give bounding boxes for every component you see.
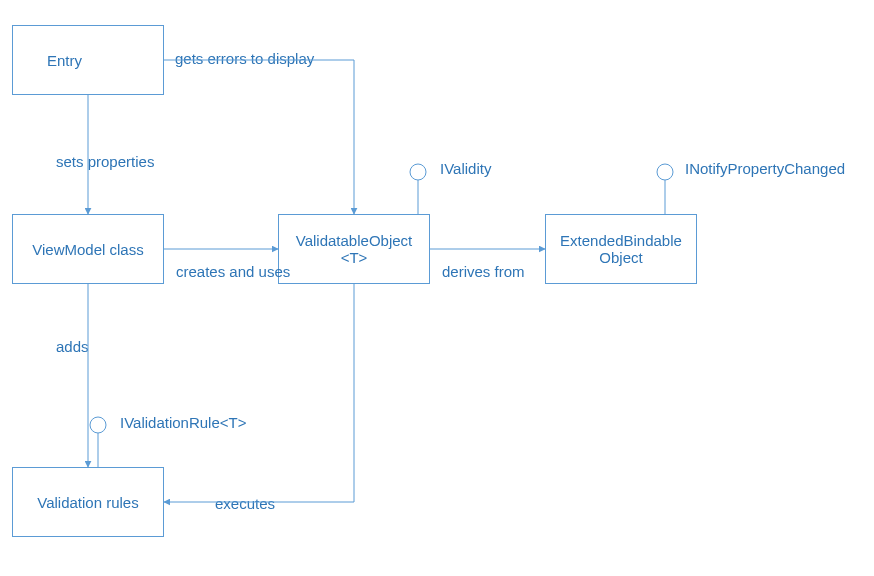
svg-point-5 (90, 417, 106, 433)
ivalidationrule-lollipop (90, 417, 106, 467)
extended-label: ExtendedBindable Object (560, 232, 682, 266)
ivalidationrule-label: IValidationRule<T> (120, 414, 246, 431)
adds-label: adds (56, 338, 89, 355)
inotify-label: INotifyPropertyChanged (685, 160, 845, 177)
gets-errors-label: gets errors to display (175, 50, 314, 67)
ivalidity-lollipop (410, 164, 426, 214)
extended-box: ExtendedBindable Object (545, 214, 697, 284)
executes-label: executes (215, 495, 275, 512)
edge-gets-errors (164, 60, 354, 214)
ivalidity-label: IValidity (440, 160, 491, 177)
rules-label: Validation rules (37, 494, 138, 511)
svg-point-1 (410, 164, 426, 180)
validatable-box: ValidatableObject <T> (278, 214, 430, 284)
entry-label: Entry (17, 52, 159, 69)
edge-executes (164, 284, 354, 502)
viewmodel-label: ViewModel class (32, 241, 143, 258)
inotify-lollipop (657, 164, 673, 214)
sets-properties-label: sets properties (56, 153, 154, 170)
viewmodel-box: ViewModel class (12, 214, 164, 284)
rules-box: Validation rules (12, 467, 164, 537)
entry-box: Entry (12, 25, 164, 95)
creates-uses-label: creates and uses (176, 263, 290, 280)
validatable-label: ValidatableObject <T> (296, 232, 412, 266)
svg-point-3 (657, 164, 673, 180)
derives-from-label: derives from (442, 263, 525, 280)
